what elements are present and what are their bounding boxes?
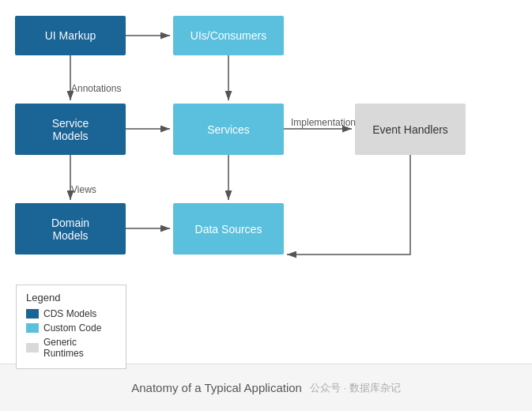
legend-item-cds: CDS Models: [26, 308, 116, 319]
legend-title: Legend: [26, 292, 116, 304]
annotations-label: Annotations: [71, 83, 121, 94]
footer: Anatomy of a Typical Application 公众号 · 数…: [0, 364, 532, 411]
diagram-container: UI Markup UIs/Consumers Service Models S…: [0, 0, 532, 364]
legend: Legend CDS Models Custom Code Generic Ru…: [16, 285, 126, 369]
views-label: Views: [71, 184, 96, 195]
legend-color-generic: [26, 343, 39, 353]
legend-color-custom: [26, 323, 39, 333]
legend-item-custom: Custom Code: [26, 322, 116, 334]
box-uis-consumers: UIs/Consumers: [173, 16, 284, 55]
legend-item-generic: Generic Runtimes: [26, 337, 116, 359]
box-data-sources: Data Sources: [173, 203, 284, 255]
box-service-models: Service Models: [15, 104, 126, 155]
legend-color-cds: [26, 309, 39, 319]
implementation-label: Implementation: [291, 117, 356, 128]
box-ui-markup: UI Markup: [15, 16, 126, 55]
box-event-handlers: Event Handlers: [355, 104, 466, 155]
footer-watermark: 公众号 · 数据库杂记: [310, 381, 401, 395]
box-domain-models: Domain Models: [15, 203, 126, 255]
box-services: Services: [173, 104, 284, 155]
footer-title: Anatomy of a Typical Application: [131, 381, 302, 394]
